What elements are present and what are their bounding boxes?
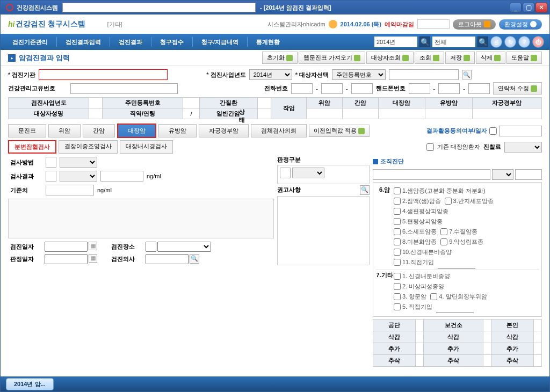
judgedate-label: 판정일자 — [10, 255, 42, 263]
diag-item[interactable]: 10.신경내분비종양 — [394, 248, 452, 256]
org-input[interactable] — [39, 69, 168, 80]
examplace-code[interactable] — [146, 242, 156, 252]
taskbar-item[interactable]: 2014년 암... — [6, 378, 54, 390]
logo-brand: 청구시스템 — [48, 19, 85, 29]
method-code[interactable] — [46, 157, 56, 168]
search-icon[interactable]: 🔍 — [462, 70, 472, 79]
calendar-icon[interactable]: ▦ — [89, 254, 97, 263]
result-select[interactable] — [60, 171, 97, 182]
action-view[interactable]: 조회 — [415, 52, 444, 64]
judgedate-input[interactable] — [45, 254, 88, 264]
close-button[interactable]: ✕ — [535, 3, 547, 12]
method-label: 검사방법 — [10, 158, 42, 166]
year-search[interactable] — [374, 37, 417, 47]
contact-edit-button[interactable]: 연락처 수정 — [493, 82, 542, 95]
settings-button[interactable]: 환경설정 — [499, 19, 542, 30]
menu-standards[interactable]: 검진기준관리 — [6, 35, 54, 49]
arrow-icon — [354, 55, 360, 61]
recommend-textarea[interactable] — [277, 196, 370, 265]
fee-select[interactable] — [504, 142, 542, 153]
class-select[interactable] — [292, 168, 324, 178]
consent-date-input[interactable] — [499, 126, 542, 136]
titlebar-path-input[interactable] — [62, 3, 256, 12]
tab-colon[interactable]: 대장암 — [117, 124, 156, 138]
phone-2[interactable] — [321, 83, 343, 94]
menu-payment[interactable]: 청구/지급내역 — [195, 35, 245, 49]
result-value[interactable] — [100, 171, 143, 182]
year-search-button[interactable]: 🔍 — [419, 37, 430, 47]
refresh-icon[interactable]: ↻ — [504, 36, 516, 48]
subtab-fecal[interactable]: 분변잠혈검사 — [8, 140, 56, 154]
class-code[interactable] — [280, 168, 291, 178]
filter-search-button[interactable]: 🔍 — [477, 37, 488, 47]
tab-cervix[interactable]: 자궁경부암 — [199, 124, 249, 137]
minimize-button[interactable]: _ — [510, 3, 522, 12]
logout-button[interactable]: 로그아웃 — [453, 19, 496, 30]
action-delete[interactable]: 삭제 — [476, 52, 505, 64]
examdate-input[interactable] — [45, 242, 88, 252]
tab-breast[interactable]: 유방암 — [158, 124, 197, 137]
maximize-button[interactable]: ▢ — [523, 3, 534, 12]
apply-prev-button[interactable]: 이전입력값 적용 — [309, 125, 370, 137]
phone-1[interactable] — [291, 83, 313, 94]
subtab-colonoscopy[interactable]: 대장내시경검사 — [120, 140, 173, 154]
search-icon[interactable]: 🔍 — [190, 254, 199, 264]
year-select[interactable]: 2014년 — [249, 69, 292, 80]
diag-item[interactable]: 2.점액(샘)암종 — [394, 197, 441, 205]
menu-claim-receipt[interactable]: 청구접수 — [154, 35, 190, 49]
method-select[interactable] — [60, 157, 97, 168]
subtab-dcbe[interactable]: 결장이중조영검사 — [59, 140, 118, 154]
menu-stats[interactable]: 통계현황 — [250, 35, 286, 49]
diag-select[interactable] — [492, 169, 513, 180]
power-icon[interactable]: ⏻ — [532, 36, 544, 48]
examdoc-input[interactable] — [146, 254, 189, 264]
tab-specimen[interactable]: 검체검사의뢰 — [251, 124, 307, 137]
cell-3[interactable] — [468, 83, 490, 94]
diag-item[interactable]: 6.소세포암종 — [394, 228, 437, 236]
tab-survey[interactable]: 문진표 — [8, 124, 46, 137]
healthcode-input[interactable] — [70, 83, 178, 94]
diag-item[interactable]: 3.반지세포암종 — [445, 197, 494, 205]
phone-3[interactable] — [351, 83, 373, 94]
diag-item[interactable]: 9.악성림프종 — [440, 238, 483, 246]
filter-search[interactable] — [432, 37, 475, 47]
arrow-icon — [358, 128, 365, 134]
cell-2[interactable] — [438, 83, 460, 94]
diag-item[interactable]: 7.수질암종 — [440, 228, 477, 236]
action-init[interactable]: 초기화 — [262, 52, 298, 64]
diag-search-input[interactable] — [373, 169, 490, 180]
action-help[interactable]: 도움말 — [506, 52, 542, 64]
examplace-select[interactable] — [157, 242, 211, 252]
action-save[interactable]: 저장 — [445, 52, 475, 64]
diag-item[interactable]: 5.편평상피암종 — [394, 217, 443, 226]
diag-item[interactable]: 8.미분화암종 — [394, 238, 437, 246]
action-websurvey[interactable]: 웹문진표 가져오기 — [299, 52, 365, 64]
existing-checkbox[interactable] — [426, 143, 434, 151]
titlebar-route: - [2014년 암검진 결과입력] — [260, 4, 331, 12]
pick-input[interactable] — [389, 69, 459, 80]
diag-item[interactable]: 4.샘편평상피암종 — [394, 207, 448, 215]
search-icon[interactable]: 🔍 — [360, 185, 370, 195]
ref-unit: ng/ml — [97, 187, 112, 193]
phone-label: 전화번호 — [264, 84, 288, 92]
diag-item[interactable]: 1.샘암종(고분화 중분화 저분화) — [394, 187, 486, 195]
arrow-icon — [464, 55, 470, 61]
consent-checkbox[interactable] — [489, 127, 497, 135]
menu-result-input[interactable]: 검진결과입력 — [59, 35, 107, 49]
help-icon[interactable]: ? — [518, 36, 530, 48]
diag-item[interactable]: 11.직접기입 — [394, 258, 434, 266]
menu-results[interactable]: 검진결과 — [112, 35, 149, 49]
pick-select[interactable]: 주민등록번호 — [332, 69, 386, 80]
result-code[interactable] — [46, 171, 56, 182]
tab-stomach[interactable]: 위암 — [48, 124, 81, 137]
tab-liver[interactable]: 간암 — [83, 124, 115, 137]
action-target-view[interactable]: 대상자조회 — [366, 52, 414, 64]
arrow-icon — [402, 55, 409, 61]
ref-value[interactable] — [46, 185, 94, 195]
deadline-input[interactable] — [417, 19, 450, 29]
diag-code-input[interactable] — [515, 169, 542, 180]
calendar-icon[interactable]: ▦ — [89, 242, 97, 250]
cell-1[interactable] — [409, 83, 430, 94]
print-icon[interactable]: 🖨 — [490, 36, 502, 48]
logo-hi: hi — [8, 20, 15, 28]
